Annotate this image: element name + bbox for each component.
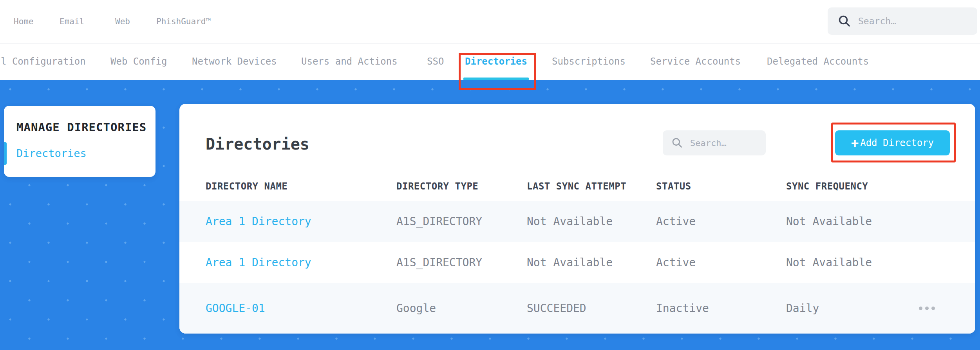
tab-subscriptions[interactable]: Subscriptions: [552, 44, 626, 80]
plus-icon: +: [851, 135, 859, 150]
tab-delegated-accounts[interactable]: Delegated Accounts: [767, 44, 869, 80]
directories-search-input[interactable]: [690, 138, 757, 148]
settings-tab-bar: l Configuration Web Config Network Devic…: [0, 44, 980, 80]
nav-item-email[interactable]: Email: [60, 0, 84, 43]
manage-directories-card: MANAGE DIRECTORIES Directories: [4, 106, 155, 177]
tab-email-configuration[interactable]: l Configuration: [1, 44, 86, 80]
sidebar-active-indicator: [4, 142, 7, 165]
add-directory-label: Add Directory: [860, 137, 934, 148]
last-sync-cell: SUCCEEDED: [527, 283, 586, 334]
column-header-directory-name: DIRECTORY NAME: [206, 172, 287, 201]
column-header-directory-type: DIRECTORY TYPE: [396, 172, 478, 201]
directory-name-link[interactable]: Area 1 Directory: [206, 201, 311, 242]
status-cell: Active: [656, 201, 696, 242]
tab-sso[interactable]: SSO: [427, 44, 444, 80]
column-header-sync-frequency: SYNC FREQUENCY: [786, 172, 868, 201]
table-header-row: DIRECTORY NAME DIRECTORY TYPE LAST SYNC …: [179, 172, 975, 201]
nav-item-phishguard[interactable]: PhishGuard™: [156, 0, 211, 43]
table-row: Area 1 Directory A1S_DIRECTORY Not Avail…: [179, 242, 975, 283]
sidebar-item-directories[interactable]: Directories: [16, 147, 87, 159]
tab-users-and-actions[interactable]: Users and Actions: [301, 44, 398, 80]
global-search[interactable]: [828, 7, 977, 35]
directory-type-cell: Google: [396, 283, 436, 334]
tab-directories[interactable]: Directories: [465, 44, 527, 80]
app-root: Home Email Web PhishGuard™ l Configurati…: [0, 0, 980, 350]
directory-name-link[interactable]: GOOGLE-01: [206, 283, 265, 334]
directory-name-link[interactable]: Area 1 Directory: [206, 242, 311, 283]
sidebar-title: MANAGE DIRECTORIES: [16, 121, 146, 134]
global-search-input[interactable]: [858, 16, 967, 26]
sync-frequency-cell: Not Available: [786, 242, 872, 283]
table-row: GOOGLE-01 Google SUCCEEDED Inactive Dail…: [179, 283, 975, 334]
directory-type-cell: A1S_DIRECTORY: [396, 242, 482, 283]
column-header-status: STATUS: [656, 172, 691, 201]
row-actions-ellipsis-icon[interactable]: [919, 307, 935, 310]
active-tab-underline: [463, 78, 529, 80]
sync-frequency-cell: Not Available: [786, 201, 872, 242]
last-sync-cell: Not Available: [527, 201, 613, 242]
status-cell: Inactive: [656, 283, 709, 334]
sync-frequency-cell: Daily: [786, 283, 819, 334]
tab-service-accounts[interactable]: Service Accounts: [650, 44, 741, 80]
page-title: Directories: [206, 135, 309, 153]
tab-network-devices[interactable]: Network Devices: [192, 44, 277, 80]
last-sync-cell: Not Available: [527, 242, 613, 283]
nav-item-web[interactable]: Web: [115, 0, 130, 43]
search-icon: [838, 14, 851, 28]
tab-web-config[interactable]: Web Config: [110, 44, 167, 80]
search-icon: [671, 137, 683, 149]
table-row: Area 1 Directory A1S_DIRECTORY Not Avail…: [179, 201, 975, 242]
directories-search[interactable]: [663, 130, 766, 155]
directory-type-cell: A1S_DIRECTORY: [396, 201, 482, 242]
column-header-last-sync: LAST SYNC ATTEMPT: [527, 172, 626, 201]
top-nav: Home Email Web PhishGuard™: [0, 0, 980, 44]
add-directory-button[interactable]: + Add Directory: [835, 130, 950, 155]
status-cell: Active: [656, 242, 696, 283]
directories-panel: Directories + Add Directory DIRECTORY NA…: [179, 104, 975, 334]
nav-item-home[interactable]: Home: [14, 0, 34, 43]
